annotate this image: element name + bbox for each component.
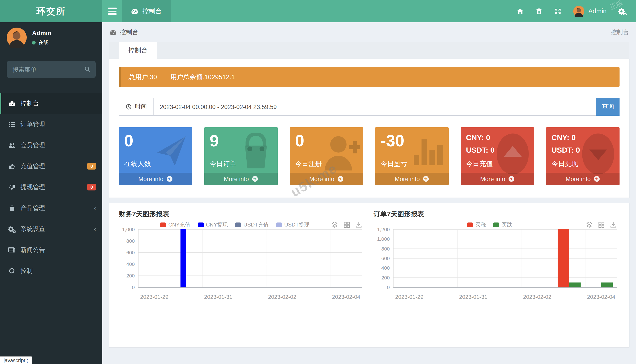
home-icon [516,7,524,15]
card-label: 今日注册 [295,160,322,168]
arrow-circle-right-icon [252,176,258,182]
svg-text:0: 0 [387,284,390,290]
svg-text:0: 0 [132,284,135,290]
sidebar-item-dashboard[interactable]: 控制台 [0,93,102,114]
legend-label: USDT充值 [244,221,268,228]
sidebar-item-withdrawals[interactable]: 提现管理 0 [0,177,102,198]
svg-text:2023-02-02: 2023-02-02 [523,294,551,300]
sidebar-item-label: 新闻公告 [20,246,45,254]
stat-cards: 0 在线人数 More info [119,127,620,185]
card-label: 今日订单 [210,160,236,168]
total-balance-text: 用户总余额:1029512.1 [170,73,235,81]
search-icon[interactable] [84,66,91,72]
legend-label: USDT提现 [284,221,309,228]
circle-arrow-down-icon [580,132,616,175]
svg-text:600: 600 [381,256,390,261]
legend-marker [493,222,499,227]
sidebar-item-label: 订单管理 [20,120,45,128]
navbar-tab-dashboard[interactable]: 控制台 [122,0,171,22]
breadcrumb-current: 控制台 [611,28,629,36]
dashboard-panel: 控制台 总用户:30 用户总余额:1029512.1 时间 查询 [109,42,629,198]
svg-text:2023-01-29: 2023-01-29 [395,294,423,300]
tab-dashboard[interactable]: 控制台 [119,42,157,59]
sidebar-item-label: 会员管理 [20,141,45,149]
sidebar-item-label: 控制台 [20,100,39,108]
svg-text:200: 200 [381,275,390,280]
circle-o-icon [8,268,16,274]
sidebar-item-news[interactable]: 新闻公告 [0,240,102,260]
hamburger-icon [108,8,116,9]
gears-icon [618,7,627,15]
sidebar-item-products[interactable]: 产品管理 ‹ [0,198,102,218]
username: Admin [588,8,607,15]
menu-search-input[interactable] [7,61,96,78]
download-icon[interactable] [355,221,362,228]
user-menu[interactable]: Admin [568,0,612,22]
legend-marker [467,222,473,227]
sidebar-item-settings[interactable]: 系统设置 ‹ [0,218,102,240]
svg-text:2023-02-04: 2023-02-04 [332,294,360,300]
legend-item[interactable]: 买跌 [493,221,512,228]
sidebar-item-control[interactable]: 控制 [0,260,102,281]
legend-item[interactable]: CNY提现 [198,221,228,228]
tiled-toggle-icon[interactable] [343,221,350,228]
legend-item[interactable]: USDT充值 [235,221,268,228]
chart-legend: 买涨买跌 [393,221,586,228]
online-status-dot [32,41,36,44]
newspaper-icon [8,246,16,253]
clear-cache-button[interactable] [530,0,548,22]
card-today-orders: 9 今日订单 More info [204,127,278,185]
sidebar-item-label: 提现管理 [20,183,45,191]
more-info-link[interactable]: More info [119,173,192,185]
query-button[interactable]: 查询 [596,98,620,116]
sidebar-item-members[interactable]: 会员管理 [0,135,102,156]
avatar [7,28,27,48]
legend-marker [198,222,204,227]
more-info-link[interactable]: More info [375,173,449,185]
card-today-pnl: -30 今日盈亏 More info [375,127,449,185]
legend-label: CNY充值 [168,221,190,228]
sidebar-menu: 控制台 订单管理 会员管理 充值管理 0 [0,93,102,281]
more-info-link[interactable]: More info [290,173,363,185]
charts-panel: 财务7天图形报表 CNY充值CNY提现USDT充值USDT提现 [109,203,629,347]
stack-toggle-icon[interactable] [331,221,338,228]
date-range-input[interactable] [154,98,596,115]
gauge-icon [110,29,116,36]
download-icon[interactable] [610,221,617,228]
chevron-left-icon: ‹ [94,226,96,232]
browser-status-bar: javascript:; [0,356,32,364]
svg-text:2023-02-02: 2023-02-02 [268,294,296,300]
finance-chart-box: 财务7天图形报表 CNY充值CNY提现USDT充值USDT提现 [115,210,370,347]
stack-toggle-icon[interactable] [586,221,593,228]
fullscreen-button[interactable] [548,0,568,22]
sidebar: Admin 在线 控制台 订单管理 [0,22,102,364]
sidebar-item-orders[interactable]: 订单管理 [0,114,102,135]
total-users-text: 总用户:30 [128,73,157,81]
settings-button[interactable] [612,0,636,22]
legend-item[interactable]: 买涨 [467,221,486,228]
brand-logo[interactable]: 环交所 [0,0,102,22]
home-button[interactable] [510,0,530,22]
sidebar-toggle-button[interactable] [102,0,122,22]
time-filter: 时间 查询 [119,98,620,116]
card-online-users: 0 在线人数 More info [119,127,192,185]
tiled-toggle-icon[interactable] [598,221,605,228]
svg-text:400: 400 [126,261,135,267]
card-today-withdrawal: CNY: 0 USDT: 0 今日提现 More info [546,127,620,185]
gauge-icon [8,100,16,107]
admin-dashboard: 环交所 控制台 [0,0,636,364]
more-info-link[interactable]: More info [204,173,278,185]
chart-legend: CNY充值CNY提现USDT充值USDT提现 [138,221,331,228]
chevron-left-icon: ‹ [94,205,96,211]
legend-item[interactable]: CNY充值 [160,221,190,228]
chart-title: 订单7天图形报表 [374,210,621,218]
legend-item[interactable]: USDT提现 [276,221,309,228]
sidebar-item-deposits[interactable]: 充值管理 0 [0,156,102,177]
circle-arrow-up-icon [495,132,530,175]
gears-icon [8,226,16,232]
gauge-icon [131,7,138,15]
arrow-circle-right-icon [337,176,344,182]
user-plus-icon [320,132,360,171]
card-label: 今日提现 [552,160,578,168]
navbar-right: Admin [510,0,636,22]
